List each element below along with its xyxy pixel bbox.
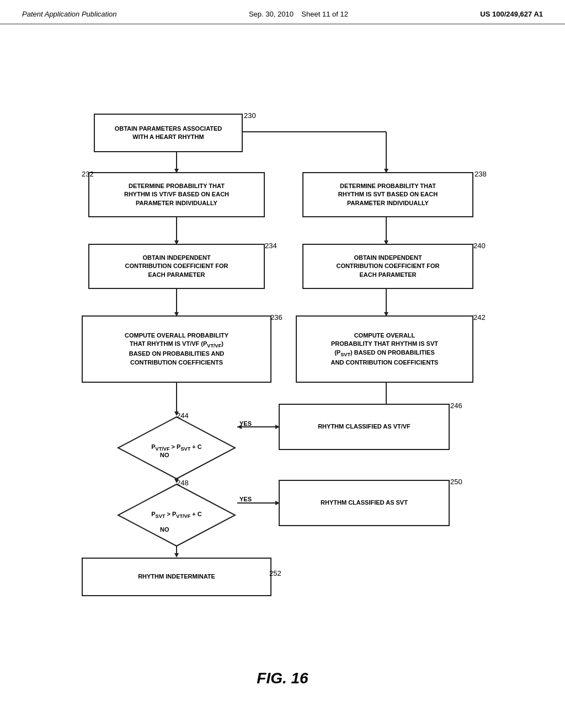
label-234: 234 xyxy=(265,242,277,250)
header-sheet: Sheet 11 of 12 xyxy=(301,10,348,18)
label-236: 236 xyxy=(270,313,282,322)
svg-marker-26 xyxy=(174,553,179,558)
label-248: 248 xyxy=(177,479,189,487)
diamond-244: PVT/VF > PSVT + C xyxy=(116,415,237,481)
label-246: 246 xyxy=(450,402,462,410)
label-244: 244 xyxy=(177,411,189,420)
node-246-text: RHYTHM CLASSIFIED AS VT/VF xyxy=(318,422,411,431)
label-252: 252 xyxy=(269,569,281,577)
diamond-248: PSVT > PVT/VF + C xyxy=(116,482,237,548)
label-240: 240 xyxy=(473,242,486,250)
label-238: 238 xyxy=(475,170,487,178)
header-center: Sep. 30, 2010 Sheet 11 of 12 xyxy=(249,10,348,18)
node-250-text: RHYTHM CLASSIFIED AS SVT xyxy=(321,499,408,507)
header-date: Sep. 30, 2010 xyxy=(249,10,294,18)
node-230: OBTAIN PARAMETERS ASSOCIATEDWITH A HEART… xyxy=(94,114,243,152)
node-240-text: OBTAIN INDEPENDENTCONTRIBUTION COEFFICIE… xyxy=(337,254,440,279)
node-234: OBTAIN INDEPENDENTCONTRIBUTION COEFFICIE… xyxy=(88,244,265,289)
node-230-text: OBTAIN PARAMETERS ASSOCIATEDWITH A HEART… xyxy=(115,125,222,142)
node-242: COMPUTE OVERALLPROBABILITY THAT RHYTHM I… xyxy=(296,315,473,383)
node-238-text: DETERMINE PROBABILITY THATRHYTHM IS SVT … xyxy=(338,182,438,207)
label-232: 232 xyxy=(82,170,94,178)
node-240: OBTAIN INDEPENDENTCONTRIBUTION COEFFICIE… xyxy=(302,244,473,289)
diagram-area: OBTAIN PARAMETERS ASSOCIATEDWITH A HEART… xyxy=(0,30,565,664)
page-header: Patent Application Publication Sep. 30, … xyxy=(0,0,565,24)
node-246: RHYTHM CLASSIFIED AS VT/VF xyxy=(279,404,450,450)
node-232-text: DETERMINE PROBABILITY THATRHYTHM IS VT/V… xyxy=(124,182,229,207)
diamond-244-text: PVT/VF > PSVT + C xyxy=(151,443,201,453)
header-patent: US 100/249,627 A1 xyxy=(480,10,543,18)
figure-caption: FIG. 16 xyxy=(0,670,565,698)
node-250: RHYTHM CLASSIFIED AS SVT xyxy=(279,480,450,526)
node-236: COMPUTE OVERALL PROBABILITYTHAT RHYTHM I… xyxy=(82,315,271,383)
no-label-248: NO xyxy=(160,526,169,533)
node-232: DETERMINE PROBABILITY THATRHYTHM IS VT/V… xyxy=(88,172,265,217)
header-left: Patent Application Publication xyxy=(22,10,117,18)
label-230: 230 xyxy=(244,111,256,120)
label-242: 242 xyxy=(473,313,486,322)
diamond-248-text: PSVT > PVT/VF + C xyxy=(151,510,201,520)
yes-label-244: YES xyxy=(239,420,252,427)
yes-label-248: YES xyxy=(239,496,252,502)
node-236-text: COMPUTE OVERALL PROBABILITYTHAT RHYTHM I… xyxy=(125,331,228,367)
node-252-text: RHYTHM INDETERMINATE xyxy=(138,572,215,581)
node-242-text: COMPUTE OVERALLPROBABILITY THAT RHYTHM I… xyxy=(331,331,439,367)
node-238: DETERMINE PROBABILITY THATRHYTHM IS SVT … xyxy=(302,172,473,217)
node-234-text: OBTAIN INDEPENDENTCONTRIBUTION COEFFICIE… xyxy=(125,254,228,279)
node-252: RHYTHM INDETERMINATE xyxy=(82,558,271,596)
label-250: 250 xyxy=(450,478,462,486)
no-label-244: NO xyxy=(160,452,169,458)
